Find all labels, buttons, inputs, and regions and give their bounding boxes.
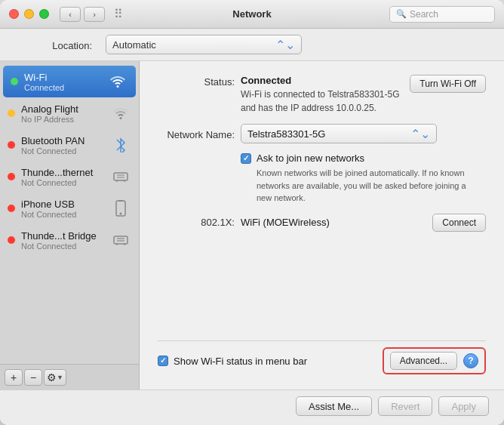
window-title: Network [232,8,271,20]
checkmark-icon: ✓ [243,155,249,162]
svg-rect-0 [114,173,128,180]
search-icon: 🔍 [396,9,407,19]
sidebar-item-text-tbridge: Thunde...t Bridge Not Connected [21,230,104,251]
dot8021x-row: 802.1X: WiFi (MOEWireless) Connect [158,214,486,232]
sidebar-item-iphone-usb[interactable]: iPhone USB Not Connected [0,192,139,224]
revert-button[interactable]: Revert [378,396,432,416]
show-wifi-checkbox[interactable]: ✓ [158,356,168,366]
sidebar-item-status-teth: Not Connected [21,178,104,187]
advanced-area: Advanced... ? [383,347,486,374]
dot8021x-label: 802.1X: [158,217,241,228]
remove-network-button[interactable]: − [24,369,42,386]
location-dropdown-arrow: ⌃⌄ [275,38,295,52]
show-wifi-checkmark-icon: ✓ [160,357,166,365]
sidebar-item-text-teth: Thunde...thernet Not Connected [21,167,104,187]
wifi-icon-analog [110,103,131,124]
action-bar: Assist Me... Revert Apply [0,390,504,425]
network-name-label: Network Name: [158,128,241,140]
iphone-icon [110,198,131,219]
thunderbolt-bridge-icon [110,229,131,251]
sidebar-item-status-iphone: Not Connected [21,210,104,219]
ask-join-block: ✓ Ask to join new networks Known network… [241,152,483,205]
status-dot-wifi [11,78,18,85]
show-wifi-label: Show Wi-Fi status in menu bar [174,356,307,367]
status-description: Wi-Fi is connected to Telstra583301-5G a… [241,88,402,115]
location-select[interactable]: Automatic ⌃⌄ [106,35,302,54]
dot8021x-value: WiFi (MOEWireless) [241,217,432,228]
sidebar-item-thunderbolt-bridge[interactable]: Thunde...t Bridge Not Connected [0,224,139,256]
connect-button[interactable]: Connect [432,214,486,232]
sidebar-item-name-bluetooth: Bluetooth PAN [21,135,104,146]
nav-forward-button[interactable]: › [84,7,105,22]
ask-join-line: ✓ Ask to join new networks [241,152,483,164]
search-input-label: Search [410,9,438,20]
network-name-select[interactable]: Telstra583301-5G ⌃⌄ [241,124,437,143]
ask-join-row: ✓ Ask to join new networks Known network… [158,152,486,205]
status-row: Status: Connected Wi-Fi is connected to … [158,75,486,115]
sidebar-item-name-iphone: iPhone USB [21,199,104,210]
sidebar-item-name-analog: Analog Flight [21,103,104,115]
bluetooth-icon [110,134,131,156]
traffic-lights [9,9,49,19]
bottom-options: ✓ Show Wi-Fi status in menu bar Advanced… [158,340,486,377]
sidebar-item-status-wifi: Connected [24,83,101,92]
grid-icon[interactable]: ⠿ [114,7,123,21]
status-dot-iphone [8,205,15,212]
status-dot-analog [8,109,15,117]
thunderbolt-eth-icon [110,166,131,187]
status-text-block: Connected Wi-Fi is connected to Telstra5… [241,75,402,115]
turn-wifi-off-button[interactable]: Turn Wi-Fi Off [410,75,486,93]
maximize-button[interactable] [39,9,49,19]
location-bar: Location: Automatic ⌃⌄ [0,29,504,61]
sidebar-item-name-teth: Thunde...thernet [21,167,104,178]
ask-join-checkbox[interactable]: ✓ [241,153,251,164]
sidebar-item-thunderbolt-eth[interactable]: Thunde...thernet Not Connected [0,161,139,192]
status-connected-value: Connected [241,75,402,86]
svg-rect-8 [114,236,128,244]
titlebar: ‹ › ⠿ Network 🔍 Search [0,0,504,29]
network-name-dropdown-arrow: ⌃⌄ [410,127,430,141]
sidebar-item-analog-flight[interactable]: Analog Flight No IP Address [0,97,139,129]
content-area: Wi-Fi Connected [0,61,504,390]
svg-rect-7 [118,200,123,202]
sidebar-item-text-wifi: Wi-Fi Connected [24,72,101,92]
status-dot-bluetooth [8,141,15,149]
sidebar-item-bluetooth[interactable]: Bluetooth PAN Not Connected [0,129,139,161]
gear-icon: ⚙ [47,371,57,383]
sidebar-item-text-analog: Analog Flight No IP Address [21,103,104,124]
close-button[interactable] [9,9,19,19]
sidebar-item-name-tbridge: Thunde...t Bridge [21,230,104,242]
status-dot-teth [8,173,15,180]
apply-button[interactable]: Apply [438,396,489,416]
sidebar-item-text-iphone: iPhone USB Not Connected [21,199,104,219]
wifi-icon [107,71,128,92]
sidebar-item-text-bluetooth: Bluetooth PAN Not Connected [21,135,104,156]
location-label: Location: [15,38,98,51]
sidebar: Wi-Fi Connected [0,61,140,390]
network-name-value: Telstra583301-5G [247,128,410,140]
sidebar-item-wifi[interactable]: Wi-Fi Connected [3,66,136,97]
sidebar-item-status-analog: No IP Address [21,115,104,124]
status-dot-tbridge [8,236,15,244]
sidebar-item-status-bluetooth: Not Connected [21,146,104,156]
svg-point-6 [120,213,122,215]
gear-menu-button[interactable]: ⚙ ▼ [44,369,66,386]
sidebar-toolbar: + − ⚙ ▼ [0,364,139,390]
search-box[interactable]: 🔍 Search [389,6,495,23]
nav-buttons: ‹ › [60,7,105,22]
help-button[interactable]: ? [463,353,478,368]
assist-me-button[interactable]: Assist Me... [296,396,372,416]
status-content: Connected Wi-Fi is connected to Telstra5… [241,75,486,115]
minimize-button[interactable] [24,9,34,19]
advanced-button[interactable]: Advanced... [390,352,457,370]
right-panel: Status: Connected Wi-Fi is connected to … [140,61,504,390]
sidebar-item-name-wifi: Wi-Fi [24,72,101,83]
ask-join-label: Ask to join new networks [257,152,364,164]
nav-back-button[interactable]: ‹ [60,7,81,22]
show-wifi-row: ✓ Show Wi-Fi status in menu bar [158,356,383,367]
add-network-button[interactable]: + [5,369,23,386]
network-window: ‹ › ⠿ Network 🔍 Search Location: Automat… [0,0,504,425]
spacer [158,241,486,332]
gear-dropdown-arrow: ▼ [57,374,63,381]
sidebar-list: Wi-Fi Connected [0,61,139,364]
